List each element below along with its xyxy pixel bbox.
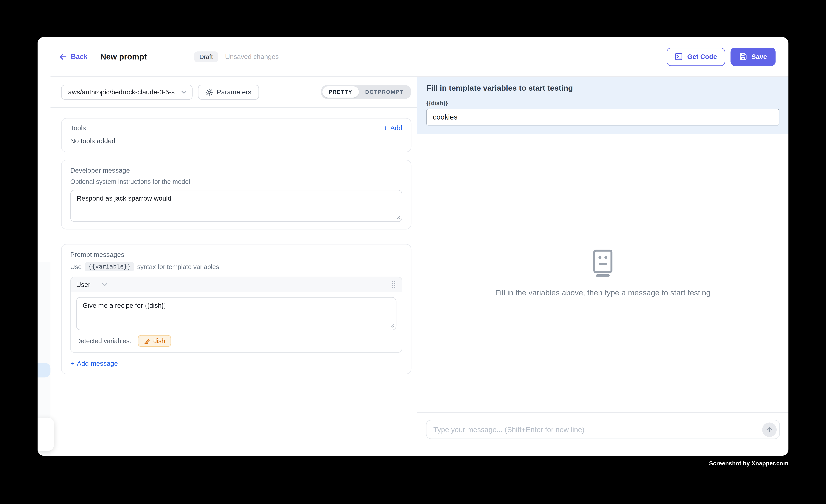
chat-input-container xyxy=(426,420,780,439)
prompt-editor-panel: aws/anthropic/bedrock-claude-3-5-s... xyxy=(38,77,417,456)
prompt-messages-section: Prompt messages Use {{variable}} syntax … xyxy=(61,244,412,374)
toggle-dotprompt[interactable]: DOTPROMPT xyxy=(359,86,410,98)
back-button[interactable]: Back xyxy=(59,53,87,61)
role-value: User xyxy=(76,281,90,288)
chat-empty-text: Fill in the variables above, then type a… xyxy=(495,289,711,297)
main-content: aws/anthropic/bedrock-claude-3-5-s... xyxy=(38,77,788,456)
header-bar: Back New prompt Draft Unsaved changes Ge… xyxy=(38,37,788,76)
arrow-up-icon xyxy=(766,426,773,433)
app-window: Back New prompt Draft Unsaved changes Ge… xyxy=(38,37,788,456)
add-message-label: Add message xyxy=(77,360,118,367)
detected-variables-label: Detected variables: xyxy=(76,337,131,345)
chat-empty-area: Fill in the variables above, then type a… xyxy=(417,134,788,412)
chat-message-input[interactable] xyxy=(433,425,762,433)
tools-section: Tools + Add No tools added xyxy=(61,118,412,152)
clipped-floating-box xyxy=(38,418,54,451)
prompt-messages-title: Prompt messages xyxy=(70,251,402,258)
developer-message-input[interactable]: Respond as jack sparrow would xyxy=(70,190,402,222)
message-header: User xyxy=(71,277,402,292)
watermark-text: Screenshot by Xnapper.com xyxy=(709,460,788,466)
hint-prefix: Use xyxy=(70,263,82,270)
drag-handle-icon[interactable] xyxy=(391,280,397,289)
role-select[interactable]: User xyxy=(76,281,108,288)
template-variables-title: Fill in template variables to start test… xyxy=(426,84,779,92)
message-block: User xyxy=(70,276,402,353)
detected-variables-row: Detected variables: dis xyxy=(76,335,397,347)
message-input[interactable]: Give me a recipe for {{dish}} xyxy=(76,297,397,330)
test-panel: Fill in template variables to start test… xyxy=(417,77,788,456)
gear-icon xyxy=(205,88,213,96)
editor-scroll-area: Tools + Add No tools added Developer mes… xyxy=(38,108,417,456)
page-title: New prompt xyxy=(101,52,147,61)
get-code-button[interactable]: Get Code xyxy=(667,48,725,66)
model-select-value: aws/anthropic/bedrock-claude-3-5-s... xyxy=(68,88,180,96)
variable-value-input[interactable] xyxy=(426,109,779,126)
add-message-button[interactable]: + Add message xyxy=(70,360,118,367)
variable-chip-label: dish xyxy=(153,337,165,345)
developer-message-section: Developer message Optional system instru… xyxy=(61,160,412,229)
toggle-pretty[interactable]: PRETTY xyxy=(322,86,359,98)
screenshot-stage: Back New prompt Draft Unsaved changes Ge… xyxy=(0,0,826,504)
clipped-sidebar-strip xyxy=(38,37,51,456)
model-toolbar: aws/anthropic/bedrock-claude-3-5-s... xyxy=(38,77,417,108)
variable-syntax-chip: {{variable}} xyxy=(85,262,134,271)
unsaved-changes-label: Unsaved changes xyxy=(225,53,279,60)
send-button[interactable] xyxy=(762,422,777,437)
variable-name-label: {{dish}} xyxy=(426,100,779,106)
header-actions: Get Code Save xyxy=(667,48,775,66)
terminal-icon xyxy=(675,53,683,61)
model-select[interactable]: aws/anthropic/bedrock-claude-3-5-s... xyxy=(61,84,193,100)
plus-icon: + xyxy=(70,360,74,367)
parameters-label: Parameters xyxy=(217,88,251,96)
tools-title: Tools xyxy=(70,124,86,132)
robot-face-icon xyxy=(591,249,615,277)
variable-syntax-hint: Use {{variable}} syntax for template var… xyxy=(70,262,402,271)
message-body: Give me a recipe for {{dish}} Detected v… xyxy=(71,292,402,352)
status-badge: Draft xyxy=(194,51,218,62)
parameters-button[interactable]: Parameters xyxy=(198,84,259,100)
save-floppy-icon xyxy=(739,53,747,61)
get-code-label: Get Code xyxy=(687,53,717,60)
plus-icon: + xyxy=(384,124,388,132)
chat-input-bar xyxy=(417,412,788,456)
add-tool-button[interactable]: + Add xyxy=(384,124,402,132)
chevron-down-icon xyxy=(102,283,108,286)
developer-message-subtitle: Optional system instructions for the mod… xyxy=(70,178,402,186)
variable-chip-dish[interactable]: dish xyxy=(138,335,171,347)
tools-empty-text: No tools added xyxy=(70,137,402,145)
pencil-icon xyxy=(143,338,150,344)
chevron-down-icon xyxy=(181,90,187,93)
back-label: Back xyxy=(71,53,87,61)
template-variables-section: Fill in template variables to start test… xyxy=(417,77,788,134)
developer-message-title: Developer message xyxy=(70,167,402,174)
back-arrow-icon xyxy=(59,53,67,60)
clipped-sidebar-selected-item xyxy=(38,363,51,377)
save-label: Save xyxy=(751,53,767,60)
hint-suffix: syntax for template variables xyxy=(137,263,219,270)
save-button[interactable]: Save xyxy=(730,48,776,66)
format-toggle: PRETTY DOTPROMPT xyxy=(320,85,412,99)
add-tool-label: Add xyxy=(390,124,402,132)
